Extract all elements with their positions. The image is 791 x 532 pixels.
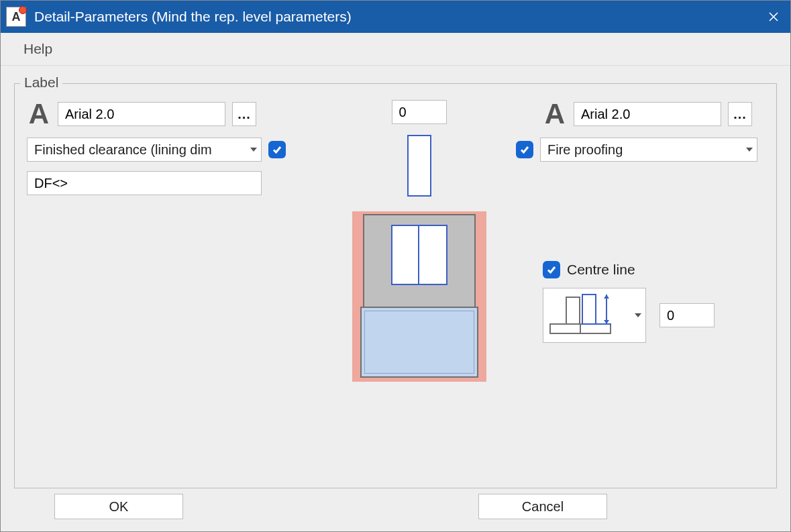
chevron-down-icon: [250, 148, 257, 152]
left-df-input[interactable]: [27, 171, 262, 195]
svg-rect-3: [582, 295, 596, 324]
svg-rect-2: [566, 297, 580, 324]
check-icon: [546, 264, 557, 275]
titlebar: A Detail-Parameters (Mind the rep. level…: [1, 1, 790, 33]
right-parameter-select[interactable]: Fire proofing: [540, 138, 757, 162]
right-select-row: Fire proofing: [516, 138, 764, 162]
left-font-row: A ...: [27, 100, 295, 128]
footer: OK Cancel: [14, 488, 777, 519]
centre-line-label: Centre line: [567, 262, 635, 278]
centre-line-checkbox[interactable]: [543, 261, 560, 278]
right-column: A ... Fire proofing: [543, 100, 764, 382]
door-diagram: [352, 211, 486, 382]
right-select-value: Fire proofing: [547, 142, 623, 158]
diagram-cabinet: [363, 214, 476, 308]
font-icon-right: A: [543, 100, 567, 128]
app-icon: A: [6, 7, 26, 27]
ellipsis-icon: ...: [733, 107, 747, 122]
close-button[interactable]: [757, 1, 790, 33]
left-select-row: Finished clearance (lining dim: [27, 138, 295, 162]
check-icon: [519, 144, 530, 155]
right-font-row: A ...: [543, 100, 764, 128]
label-group: Label A ... Finished clearance (lining d…: [14, 83, 777, 488]
columns: A ... Finished clearance (lining dim: [27, 100, 764, 382]
left-enable-checkbox[interactable]: [268, 141, 286, 158]
centre-line-preview-row: [543, 288, 764, 343]
spacer: [543, 171, 764, 252]
cancel-button-label: Cancel: [522, 499, 564, 515]
left-font-input[interactable]: [58, 102, 225, 126]
diagram-top-handle: [407, 135, 431, 197]
diagram-left-leaf: [391, 225, 421, 285]
left-column: A ... Finished clearance (lining dim: [27, 100, 295, 382]
group-legend: Label: [20, 74, 62, 91]
menubar: Help: [1, 33, 790, 66]
middle-value-input[interactable]: [392, 100, 447, 124]
centre-line-style-select[interactable]: [543, 288, 646, 343]
check-icon: [272, 144, 282, 155]
content-area: Label A ... Finished clearance (lining d…: [1, 66, 790, 531]
right-enable-checkbox[interactable]: [516, 141, 533, 158]
right-font-input[interactable]: [574, 102, 721, 126]
left-font-browse-button[interactable]: ...: [232, 102, 256, 126]
window-title: Detail-Parameters (Mind the rep. level p…: [34, 9, 757, 25]
ellipsis-icon: ...: [238, 107, 251, 122]
door-preview-icon: [547, 292, 615, 339]
centre-line-row: Centre line: [543, 261, 764, 278]
dialog-window: A Detail-Parameters (Mind the rep. level…: [0, 0, 791, 532]
diagram-right-leaf: [418, 225, 447, 285]
chevron-down-icon: [635, 313, 641, 317]
left-select-value: Finished clearance (lining dim: [34, 142, 212, 158]
left-df-row: [27, 171, 295, 195]
diagram-sill: [360, 307, 478, 378]
close-icon: [768, 11, 779, 22]
middle-column: [307, 100, 531, 382]
app-icon-letter: A: [12, 10, 21, 24]
ok-button[interactable]: OK: [54, 494, 183, 519]
menu-help[interactable]: Help: [17, 37, 59, 61]
ok-button-label: OK: [109, 499, 129, 515]
font-icon-left: A: [27, 100, 51, 128]
cancel-button[interactable]: Cancel: [478, 494, 607, 519]
centre-line-value-input[interactable]: [660, 303, 715, 327]
chevron-down-icon: [746, 148, 753, 152]
right-font-browse-button[interactable]: ...: [728, 102, 752, 126]
left-parameter-select[interactable]: Finished clearance (lining dim: [27, 138, 262, 162]
